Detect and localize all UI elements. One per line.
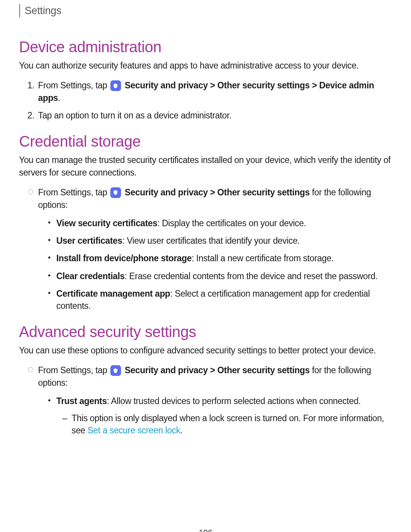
shield-icon [110, 80, 121, 91]
bullet-advanced-path: From Settings, tap Security and privacy … [38, 364, 392, 436]
desc-device-administration: You can authorize security features and … [19, 59, 392, 72]
note-lock-screen: This option is only displayed when a loc… [72, 412, 392, 436]
shield-icon [110, 187, 121, 198]
step-1-period: . [58, 93, 60, 103]
option-install-from-storage: Install from device/phone storage: Insta… [56, 252, 392, 264]
step-1: From Settings, tap Security and privacy … [38, 79, 392, 104]
option-cert-management-app: Certificate management app: Select a cer… [56, 288, 392, 312]
option-user-certificates: User certificates: View user certificate… [56, 235, 392, 247]
section-credential-storage: Credential storage You can manage the tr… [19, 133, 392, 312]
option-view-security-certificates: View security certificates: Display the … [56, 217, 392, 229]
bullet-bold: Security and privacy > Other security se… [125, 365, 310, 375]
desc-advanced-security: You can use these options to configure a… [19, 344, 392, 356]
bullets-advanced-security: From Settings, tap Security and privacy … [19, 364, 392, 436]
bullet-prefix: From Settings, tap [38, 187, 110, 197]
step-1-prefix: From Settings, tap [38, 80, 110, 90]
section-device-administration: Device administration You can authorize … [19, 38, 392, 121]
bullet-credential-path: From Settings, tap Security and privacy … [38, 186, 392, 312]
option-clear-credentials: Clear credentials: Erase credential cont… [56, 270, 392, 282]
sub-trust-agents: This option is only displayed when a loc… [56, 412, 392, 436]
link-set-secure-screen-lock[interactable]: Set a secure screen lock [88, 425, 180, 435]
breadcrumb: Settings [19, 4, 392, 18]
bullet-bold: Security and privacy > Other security se… [125, 187, 310, 197]
shield-icon [110, 365, 121, 376]
step-2: Tap an option to turn it on as a device … [38, 109, 392, 121]
option-trust-agents: Trust agents: Allow trusted devices to p… [56, 395, 392, 436]
steps-device-administration: From Settings, tap Security and privacy … [19, 79, 392, 121]
options-credential-storage: View security certificates: Display the … [38, 217, 392, 312]
desc-credential-storage: You can manage the trusted security cert… [19, 154, 392, 178]
bullets-credential-storage: From Settings, tap Security and privacy … [19, 186, 392, 312]
breadcrumb-label: Settings [25, 5, 61, 17]
heading-device-administration: Device administration [19, 38, 392, 56]
breadcrumb-divider [19, 4, 20, 18]
page-number: 106 [19, 528, 392, 532]
section-advanced-security: Advanced security settings You can use t… [19, 323, 392, 436]
options-advanced-security: Trust agents: Allow trusted devices to p… [38, 395, 392, 436]
heading-credential-storage: Credential storage [19, 133, 392, 150]
bullet-prefix: From Settings, tap [38, 365, 110, 375]
heading-advanced-security: Advanced security settings [19, 323, 392, 340]
note-period: . [180, 425, 183, 435]
